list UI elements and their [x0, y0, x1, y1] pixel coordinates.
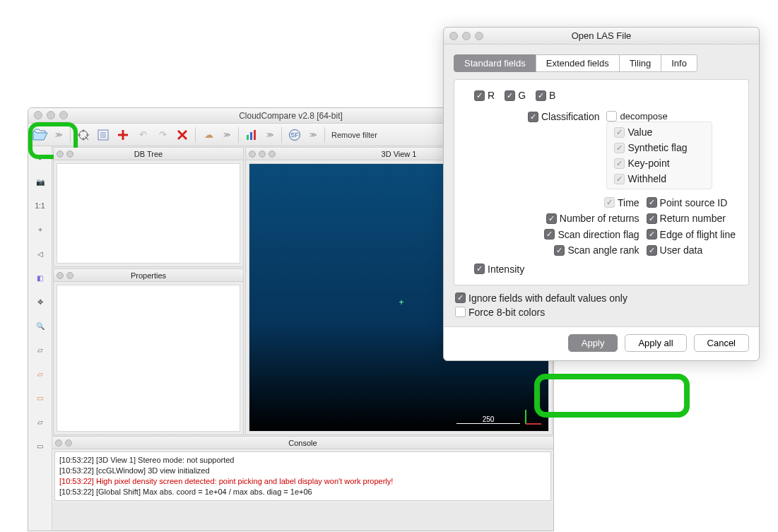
check-r[interactable]: ✓R: [474, 90, 495, 101]
view-scale: 250: [456, 415, 520, 424]
check-retnum[interactable]: ✓Return number: [647, 213, 726, 224]
minimize-icon[interactable]: [47, 111, 55, 119]
toolbar-overflow-3[interactable]: ≫: [262, 131, 278, 138]
cloud-color-icon: ☁: [204, 129, 213, 140]
check-force-8bit[interactable]: ✓Force 8-bit colors: [455, 307, 749, 318]
check-edge[interactable]: ✓Edge of flight line: [647, 229, 736, 240]
perspective-3-icon[interactable]: ▭: [33, 391, 47, 405]
check-g-label: G: [518, 90, 526, 101]
triangle-left-icon[interactable]: ◁: [33, 247, 47, 261]
histogram-tool[interactable]: [242, 126, 261, 144]
check-keypoint[interactable]: ✓Key-point: [614, 158, 705, 169]
3d-view-title: 3D View 1: [382, 150, 417, 158]
tab-extended-fields[interactable]: Extended fields: [536, 54, 620, 72]
console-line: [10:53:22] [Global Shift] Max abs. coord…: [59, 487, 546, 497]
plus-icon[interactable]: ＋: [33, 223, 47, 237]
apply-button[interactable]: Apply: [568, 334, 618, 352]
check-ignore-defaults[interactable]: ✓Ignore fields with default values only: [455, 292, 749, 304]
plus-red-icon: [117, 129, 129, 141]
sf-tool[interactable]: SF: [285, 126, 304, 144]
check-psid[interactable]: ✓Point source ID: [647, 197, 728, 208]
cube-purple-icon[interactable]: ◧: [33, 271, 47, 285]
toolbar-overflow-4[interactable]: ≫: [305, 131, 321, 138]
check-withheld[interactable]: ✓Withheld: [614, 173, 705, 184]
check-scanang[interactable]: ✓Scan angle rank: [554, 244, 639, 256]
traffic-lights[interactable]: [34, 111, 68, 119]
perspective-2-icon[interactable]: ▱: [33, 367, 47, 381]
undo-icon: ↶: [139, 129, 147, 140]
view-scale-value: 250: [483, 415, 495, 423]
camera-icon[interactable]: 📷: [33, 175, 47, 189]
check-b-label: B: [549, 90, 555, 101]
console-line: [10:53:22] [3D View 1] Stereo mode: not …: [59, 455, 546, 466]
svg-rect-4: [254, 130, 256, 140]
las-tabs: Standard fields Extended fields Tiling I…: [454, 54, 749, 72]
check-r-label: R: [488, 90, 495, 101]
perspective-4-icon[interactable]: ▱: [33, 415, 47, 429]
db-tree-body[interactable]: [57, 163, 240, 264]
check-classification[interactable]: ✓Classification: [528, 111, 599, 122]
apply-all-button[interactable]: Apply all: [625, 334, 686, 352]
perspective-1-icon[interactable]: ▱: [33, 343, 47, 357]
toolbar-overflow-2[interactable]: ≫: [219, 131, 235, 138]
console-title: Console: [288, 439, 317, 447]
console-line: [10:53:22] High pixel density screen det…: [59, 476, 546, 487]
check-intensity[interactable]: ✓Intensity: [474, 264, 524, 275]
check-synthetic[interactable]: ✓Synthetic flag: [614, 142, 705, 153]
las-title-text: Open LAS File: [572, 30, 632, 41]
properties-title: Properties: [131, 271, 166, 280]
check-g[interactable]: ✓G: [505, 90, 526, 101]
properties-panel: Properties: [53, 268, 244, 435]
undo-tool[interactable]: ↶: [134, 126, 152, 144]
svg-rect-2: [247, 135, 249, 140]
redo-icon: ↷: [159, 129, 167, 140]
close-icon[interactable]: [34, 111, 42, 119]
crosshair-cursor-icon: [77, 129, 90, 141]
check-scandir[interactable]: ✓Scan direction flag: [544, 229, 639, 240]
console-panel: Console [10:53:22] [3D View 1] Stereo mo…: [52, 436, 553, 503]
decompose-options: ✓Value ✓Synthetic flag ✓Key-point ✓Withh…: [606, 122, 712, 189]
axis-gizmo-icon: [523, 406, 544, 427]
folder-open-icon: [33, 129, 48, 141]
tab-tiling[interactable]: Tiling: [619, 54, 662, 72]
svg-rect-3: [250, 132, 252, 140]
classification-label: Classification: [541, 111, 599, 122]
check-value[interactable]: ✓Value: [614, 126, 705, 138]
tab-info[interactable]: Info: [661, 54, 697, 72]
las-titlebar: Open LAS File: [444, 28, 759, 45]
remove-filter-label[interactable]: Remove filter: [331, 131, 377, 139]
check-nreturns[interactable]: ✓Number of returns: [546, 213, 640, 224]
console-line: [10:53:22] [ccGLWindow] 3D view initiali…: [59, 466, 546, 476]
delete-tool[interactable]: [173, 126, 191, 144]
x-red-icon: [177, 129, 188, 141]
left-vertical-toolbar: 👁 📷 1:1 ＋ ◁ ◧ ✥ 🔍 ▱ ▱ ▭ ▱ ▭: [28, 146, 52, 531]
tab-standard-fields[interactable]: Standard fields: [454, 54, 536, 72]
add-tool[interactable]: [114, 126, 132, 144]
check-b[interactable]: ✓B: [536, 90, 555, 101]
properties-body[interactable]: [57, 285, 240, 432]
eye-icon[interactable]: 👁: [33, 150, 47, 165]
one-to-one-button[interactable]: 1:1: [33, 199, 47, 213]
console-body[interactable]: [10:53:22] [3D View 1] Stereo mode: not …: [54, 451, 551, 501]
cancel-button[interactable]: Cancel: [694, 334, 749, 352]
las-button-row: Apply Apply all Cancel: [444, 326, 759, 360]
db-tree-title: DB Tree: [134, 150, 163, 158]
check-decompose[interactable]: ✓: [606, 111, 617, 122]
zoom-icon[interactable]: [59, 111, 68, 119]
pick-tool[interactable]: [74, 126, 93, 144]
cc-title: CloudCompare v2.8 [64-bit]: [239, 111, 343, 121]
check-time[interactable]: ✓Time: [604, 197, 640, 208]
redo-tool[interactable]: ↷: [153, 126, 172, 144]
open-las-dialog: Open LAS File Standard fields Extended f…: [443, 27, 760, 361]
list-icon: [98, 129, 109, 141]
zoom-search-icon[interactable]: 🔍: [33, 319, 47, 333]
one-to-one-label: 1:1: [35, 202, 45, 210]
move-icon[interactable]: ✥: [33, 295, 47, 309]
open-file-button[interactable]: [31, 126, 49, 144]
color-tool[interactable]: ☁: [199, 126, 218, 144]
toolbar-overflow-1[interactable]: ≫: [51, 131, 66, 138]
perspective-5-icon[interactable]: ▭: [33, 439, 47, 453]
highlight-apply-buttons: [534, 374, 690, 418]
check-userdata[interactable]: ✓User data: [647, 244, 703, 256]
list-tool[interactable]: [94, 126, 112, 144]
